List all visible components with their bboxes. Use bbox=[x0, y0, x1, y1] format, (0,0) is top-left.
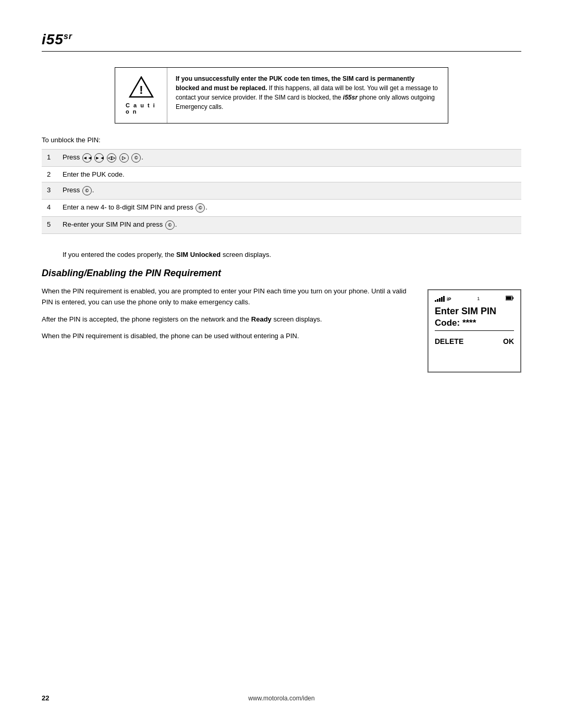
step-content: Press ◄◄ ►◄ ◁▷ ▷ ©. bbox=[57, 150, 521, 167]
caution-box: ! C a u t i o n If you unsuccessfully en… bbox=[115, 67, 448, 124]
softkey-right: OK bbox=[503, 337, 514, 346]
content-columns: When the PIN requirement is enabled, you… bbox=[42, 286, 521, 373]
button-icon: ►◄ bbox=[94, 153, 104, 163]
model-name: i55 bbox=[42, 31, 64, 47]
steps-table: 1 Press ◄◄ ►◄ ◁▷ ▷ ©. 2 Enter the PUK co… bbox=[42, 149, 521, 234]
phone-screen-mockup: iP 1 Enter SIM PIN Code: **** DELETE OK bbox=[427, 289, 521, 373]
step-content: Re-enter your SIM PIN and press ©. bbox=[57, 217, 521, 234]
button-icon: © bbox=[131, 153, 141, 163]
caution-label: C a u t i o n bbox=[126, 102, 156, 115]
table-row: 4 Enter a new 4- to 8-digit SIM PIN and … bbox=[42, 200, 521, 217]
caution-triangle-icon: ! bbox=[129, 76, 154, 98]
svg-rect-3 bbox=[512, 297, 513, 299]
phone-softkeys: DELETE OK bbox=[435, 337, 514, 346]
paragraph-3: When the PIN requirement is disabled, th… bbox=[42, 331, 411, 342]
table-row: 3 Press ©. bbox=[42, 182, 521, 200]
model-title: i55sr bbox=[42, 31, 72, 48]
text-column: When the PIN requirement is enabled, you… bbox=[42, 286, 411, 373]
table-row: 2 Enter the PUK code. bbox=[42, 167, 521, 182]
phone-screen-code: Code: **** bbox=[435, 318, 514, 331]
paragraph-2: After the PIN is accepted, the phone reg… bbox=[42, 314, 411, 325]
footer-url: www.motorola.com/iden bbox=[248, 695, 314, 702]
phone-center-indicator: 1 bbox=[477, 296, 480, 301]
page-footer: www.motorola.com/iden bbox=[0, 695, 563, 702]
phone-screen-title: Enter SIM PIN bbox=[435, 306, 514, 317]
step-content: Press ©. bbox=[57, 182, 521, 200]
softkey-left: DELETE bbox=[435, 337, 463, 346]
button-icon: ▷ bbox=[119, 153, 129, 163]
step-number: 2 bbox=[42, 167, 57, 182]
paragraph-1: When the PIN requirement is enabled, you… bbox=[42, 286, 411, 308]
svg-rect-4 bbox=[506, 297, 511, 300]
button-icon: ◄◄ bbox=[82, 153, 92, 163]
step-number: 5 bbox=[42, 217, 57, 234]
table-row: 1 Press ◄◄ ►◄ ◁▷ ▷ ©. bbox=[42, 150, 521, 167]
button-icon: © bbox=[82, 186, 92, 195]
step-number: 1 bbox=[42, 150, 57, 167]
battery-icon bbox=[506, 295, 514, 302]
svg-text:!: ! bbox=[139, 83, 143, 96]
step-note: If you entered the codes properly, the S… bbox=[42, 246, 521, 263]
caution-left: ! C a u t i o n bbox=[115, 68, 167, 123]
step-number: 4 bbox=[42, 200, 57, 217]
button-icon: © bbox=[195, 203, 205, 213]
button-icon: © bbox=[165, 220, 175, 230]
phone-status-bar: iP 1 bbox=[435, 295, 514, 302]
model-sub: sr bbox=[64, 32, 72, 41]
button-icon: ◁▷ bbox=[107, 153, 116, 163]
step-content: Enter the PUK code. bbox=[57, 167, 521, 182]
caution-text: If you unsuccessfully enter the PUK code… bbox=[167, 68, 448, 123]
page-header: i55sr bbox=[42, 31, 521, 52]
section-heading: Disabling/Enabling the PIN Requirement bbox=[42, 268, 521, 279]
table-row: 5 Re-enter your SIM PIN and press ©. bbox=[42, 217, 521, 234]
step-number: 3 bbox=[42, 182, 57, 200]
signal-icon: iP bbox=[435, 295, 451, 302]
step-content: Enter a new 4- to 8-digit SIM PIN and pr… bbox=[57, 200, 521, 217]
to-unblock-label: To unblock the PIN: bbox=[42, 136, 521, 144]
